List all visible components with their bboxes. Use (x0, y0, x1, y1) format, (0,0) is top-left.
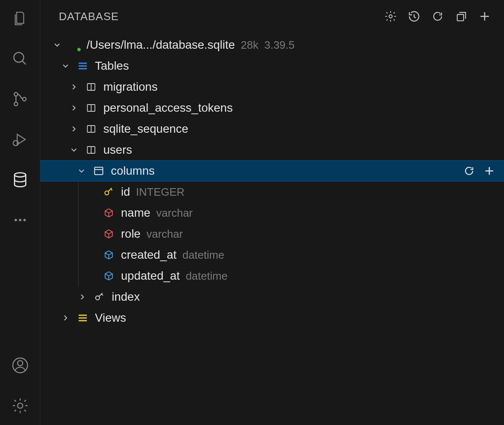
db-version: 3.39.5 (264, 39, 294, 50)
svg-point-20 (96, 296, 100, 300)
column-name: id (121, 186, 130, 198)
chevron-right-icon (60, 313, 71, 323)
columns-list: id INTEGER name varchar role varchar (40, 181, 504, 286)
tables-label: Tables (95, 60, 129, 72)
svg-point-10 (17, 361, 22, 366)
column-row-updated-at[interactable]: updated_at datetime (40, 265, 504, 286)
activity-bar (0, 0, 40, 425)
table-icon (85, 123, 97, 135)
explorer-icon[interactable] (10, 8, 30, 29)
table-icon (85, 102, 97, 114)
account-icon[interactable] (10, 355, 30, 375)
window-icon (92, 165, 105, 177)
cube-icon (102, 270, 115, 282)
database-tree: /Users/lma.../database.sqlite 28k 3.39.5… (40, 33, 504, 328)
history-icon[interactable] (407, 9, 422, 24)
svg-rect-18 (94, 167, 103, 174)
svg-point-11 (17, 403, 22, 408)
table-name: migrations (103, 81, 158, 93)
column-type: datetime (182, 249, 224, 260)
svg-point-12 (389, 15, 392, 18)
column-name: created_at (121, 249, 176, 261)
chevron-down-icon (52, 40, 62, 50)
header-actions (383, 9, 492, 24)
db-connection-row[interactable]: /Users/lma.../database.sqlite 28k 3.39.5 (40, 34, 504, 55)
views-label: Views (95, 312, 126, 324)
svg-point-3 (22, 97, 26, 101)
table-name: users (103, 144, 132, 156)
svg-point-1 (14, 92, 17, 96)
chevron-down-icon (69, 145, 79, 155)
panel-title: DATABASE (59, 10, 383, 23)
add-icon[interactable] (483, 165, 496, 177)
svg-point-2 (14, 102, 17, 106)
chevron-right-icon (77, 292, 87, 302)
table-name: sqlite_sequence (103, 123, 188, 135)
refresh-icon[interactable] (430, 9, 445, 24)
svg-rect-13 (457, 14, 464, 21)
chevron-down-icon (60, 61, 71, 71)
table-row-sqlite-sequence[interactable]: sqlite_sequence (40, 118, 504, 139)
cube-icon (102, 228, 115, 240)
key-outline-icon (93, 291, 106, 303)
views-section[interactable]: Views (40, 307, 504, 328)
cube-icon (102, 249, 115, 261)
column-row-id[interactable]: id INTEGER (40, 181, 504, 202)
columns-section[interactable]: columns (40, 160, 504, 181)
source-control-icon[interactable] (10, 89, 30, 109)
tables-icon (76, 60, 89, 72)
more-icon[interactable] (10, 210, 30, 230)
chevron-down-icon (76, 166, 87, 176)
column-row-role[interactable]: role varchar (40, 223, 504, 244)
chevron-right-icon (69, 124, 79, 134)
settings-gear-icon[interactable] (10, 396, 30, 416)
row-actions (463, 165, 496, 177)
run-debug-icon[interactable] (10, 129, 30, 150)
tables-section[interactable]: Tables (40, 55, 504, 76)
column-type: datetime (186, 270, 228, 281)
collapse-all-icon[interactable] (454, 9, 469, 24)
db-size: 28k (241, 39, 258, 50)
table-name: personal_access_tokens (103, 102, 233, 114)
column-type: INTEGER (136, 186, 185, 197)
panel-header: DATABASE (40, 0, 504, 33)
search-icon[interactable] (10, 49, 30, 69)
svg-point-0 (14, 52, 24, 62)
add-icon[interactable] (477, 9, 492, 24)
svg-point-8 (23, 219, 26, 221)
column-name: name (121, 207, 150, 219)
column-row-created-at[interactable]: created_at datetime (40, 244, 504, 265)
key-icon (102, 186, 115, 198)
chevron-right-icon (69, 82, 79, 92)
table-icon (85, 81, 97, 93)
chevron-right-icon (69, 103, 79, 113)
column-name: role (121, 228, 141, 240)
column-type: varchar (156, 207, 193, 218)
refresh-icon[interactable] (463, 165, 475, 177)
settings-icon[interactable] (383, 9, 398, 24)
column-row-name[interactable]: name varchar (40, 202, 504, 223)
svg-point-6 (14, 219, 17, 221)
columns-label: columns (111, 165, 155, 177)
table-row-personal-access-tokens[interactable]: personal_access_tokens (40, 97, 504, 118)
db-path: /Users/lma.../database.sqlite (87, 39, 235, 51)
svg-point-7 (19, 219, 21, 221)
column-type: varchar (147, 228, 183, 239)
index-section[interactable]: index (40, 286, 504, 307)
table-row-migrations[interactable]: migrations (40, 76, 504, 97)
svg-point-5 (14, 173, 26, 177)
views-icon (76, 312, 89, 324)
database-file-icon (68, 39, 81, 51)
svg-point-19 (105, 191, 109, 195)
cube-icon (102, 207, 115, 219)
column-name: updated_at (121, 270, 180, 282)
table-row-users[interactable]: users (40, 139, 504, 160)
database-icon[interactable] (10, 170, 30, 190)
table-icon (85, 144, 97, 156)
index-label: index (112, 291, 140, 303)
database-panel: DATABASE (40, 0, 504, 425)
